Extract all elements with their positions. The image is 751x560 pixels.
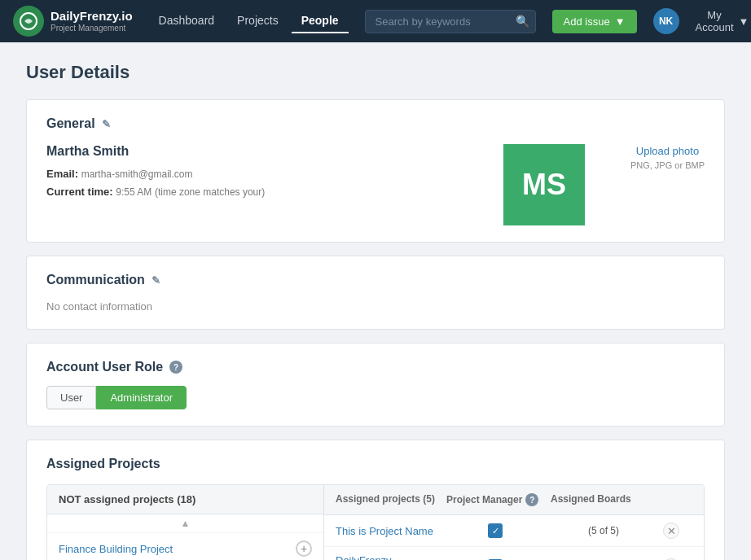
brand-logo[interactable]: DailyFrenzy.io Project Management — [13, 6, 133, 37]
time-label: Current time: — [46, 186, 113, 198]
nav-links: Dashboard Projects People — [149, 9, 349, 33]
role-section: Account User Role ? User Administrator — [27, 343, 724, 426]
brand-name: DailyFrenzy.io — [51, 9, 133, 23]
role-user-button[interactable]: User — [46, 386, 96, 409]
avatar-upload-area: MS Upload photo PNG, JPG or BMP — [503, 144, 705, 225]
page-content: User Details General ✎ Martha Smith Emai… — [0, 42, 751, 560]
brand-subtitle: Project Management — [51, 24, 133, 33]
email-label: Email: — [46, 168, 78, 180]
no-contact-text: No contact information — [46, 300, 705, 313]
remove-project-button[interactable]: ✕ — [663, 523, 679, 539]
user-avatar: MS — [503, 144, 585, 225]
role-buttons: User Administrator — [46, 386, 705, 409]
page-title: User Details — [26, 62, 725, 83]
pm-help-icon[interactable]: ? — [525, 493, 538, 506]
assigned-projects-col-header: Assigned projects (5) — [336, 493, 440, 506]
time-value: 9:55 AM — [116, 186, 152, 198]
boards-count: (5 of 5) — [551, 525, 657, 536]
email-value: martha-smith@gmail.com — [81, 168, 193, 180]
user-info: Martha Smith Email: martha-smith@gmail.c… — [46, 144, 503, 201]
assigned-project-name[interactable]: This is Project Name — [336, 525, 440, 537]
assigned-projects-card: Assigned Projects NOT assigned projects … — [26, 440, 725, 560]
assigned-title: Assigned Projects — [46, 457, 705, 471]
table-row: DailyFrenzy (Marketing Site) ✓ (1 of 6) … — [324, 547, 704, 560]
role-header: Account User Role ? — [46, 360, 705, 374]
nav-projects[interactable]: Projects — [227, 9, 288, 33]
add-issue-button[interactable]: Add issue ▼ — [552, 10, 637, 33]
general-inner: Martha Smith Email: martha-smith@gmail.c… — [46, 144, 705, 225]
user-meta: Email: martha-smith@gmail.com Current ti… — [46, 165, 503, 201]
role-admin-button[interactable]: Administrator — [96, 386, 187, 409]
assigned-table-header: Assigned projects (5) Project Manager ? … — [324, 485, 704, 515]
pm-checkbox[interactable]: ✓ — [446, 523, 544, 538]
scroll-up-indicator: ▲ — [47, 514, 323, 533]
add-project-icon[interactable]: + — [296, 540, 312, 557]
nav-dashboard[interactable]: Dashboard — [149, 9, 225, 33]
communication-header: Communication ✎ — [46, 273, 705, 287]
project-name: Finance Building Project — [59, 543, 173, 555]
logo-icon — [13, 6, 44, 37]
communication-card: Communication ✎ No contact information — [26, 256, 725, 330]
role-card: Account User Role ? User Administrator — [26, 343, 725, 427]
avatar: NK — [653, 8, 679, 34]
checkbox-checked-icon: ✓ — [488, 523, 503, 538]
not-assigned-column: NOT assigned projects (18) ▲ Finance Bui… — [47, 485, 324, 560]
boards-col-header: Assigned Boards — [551, 493, 657, 506]
time-note: (time zone matches your) — [155, 186, 265, 198]
search-bar: 🔍 — [365, 10, 536, 33]
communication-title: Communication — [46, 273, 145, 287]
navbar: DailyFrenzy.io Project Management Dashbo… — [0, 0, 751, 42]
general-card: General ✎ Martha Smith Email: martha-smi… — [26, 99, 725, 243]
search-input[interactable] — [365, 10, 536, 33]
communication-section: Communication ✎ No contact information — [27, 256, 724, 329]
not-assigned-header: NOT assigned projects (18) — [47, 485, 323, 514]
upload-hint: PNG, JPG or BMP — [630, 160, 705, 170]
general-title: General — [46, 116, 95, 131]
role-help-icon[interactable]: ? — [169, 361, 182, 374]
pm-col-header: Project Manager ? — [446, 493, 544, 506]
assigned-section: Assigned Projects NOT assigned projects … — [27, 440, 724, 560]
communication-edit-icon[interactable]: ✎ — [152, 274, 160, 287]
not-assigned-list: Finance Building Project + ACME Co. Webs… — [47, 533, 323, 560]
upload-area: Upload photo PNG, JPG or BMP — [630, 144, 705, 170]
upload-photo-link[interactable]: Upload photo — [636, 145, 699, 157]
list-item[interactable]: Finance Building Project + — [47, 533, 323, 560]
assigned-project-name[interactable]: DailyFrenzy (Marketing Site) — [336, 554, 440, 560]
projects-grid: NOT assigned projects (18) ▲ Finance Bui… — [46, 484, 705, 560]
nav-people[interactable]: People — [292, 9, 349, 33]
general-edit-icon[interactable]: ✎ — [102, 118, 111, 130]
assigned-column: Assigned projects (5) Project Manager ? … — [324, 485, 704, 560]
role-title: Account User Role — [46, 360, 163, 374]
my-account-button[interactable]: My Account ▼ — [696, 9, 749, 33]
general-section: General ✎ Martha Smith Email: martha-smi… — [27, 100, 724, 242]
general-header: General ✎ — [46, 116, 705, 131]
user-name: Martha Smith — [46, 144, 503, 159]
search-icon: 🔍 — [516, 15, 529, 28]
table-row: This is Project Name ✓ (5 of 5) ✕ — [324, 515, 704, 547]
